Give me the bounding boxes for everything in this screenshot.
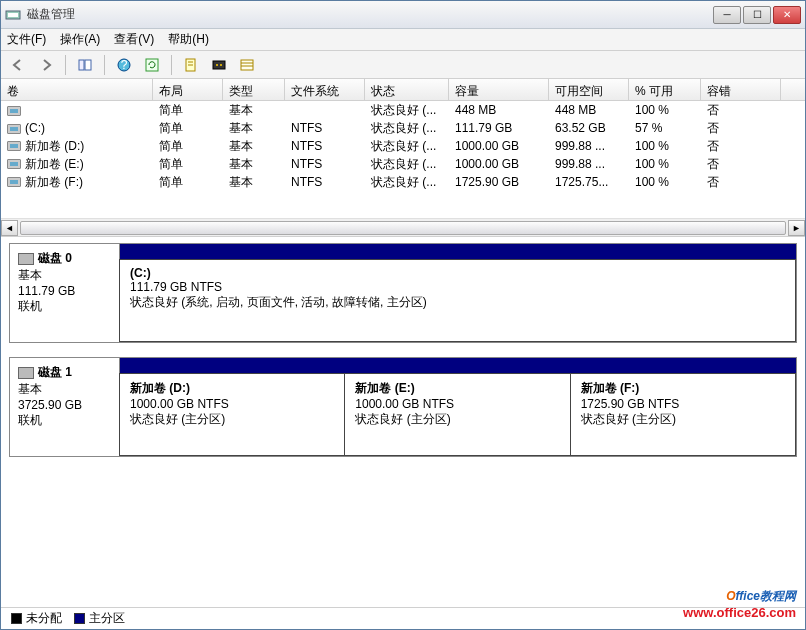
disk-info: 磁盘 0基本111.79 GB联机 — [10, 244, 120, 342]
cell: 57 % — [629, 120, 701, 136]
properties-button[interactable] — [180, 54, 202, 76]
volume-icon — [7, 124, 21, 134]
maximize-button[interactable]: ☐ — [743, 6, 771, 24]
cell: 999.88 ... — [549, 138, 629, 154]
col-type[interactable]: 类型 — [223, 79, 285, 100]
cell: 否 — [701, 119, 781, 138]
disk-block[interactable]: 磁盘 1基本3725.90 GB联机新加卷 (D:)1000.00 GB NTF… — [9, 357, 797, 457]
cell: 基本 — [223, 137, 285, 156]
menu-action[interactable]: 操作(A) — [60, 31, 100, 48]
cell: NTFS — [285, 156, 365, 172]
cell: 63.52 GB — [549, 120, 629, 136]
cell: 否 — [701, 155, 781, 174]
svg-rect-3 — [85, 60, 91, 70]
cell: 状态良好 (... — [365, 137, 449, 156]
partition[interactable]: 新加卷 (D:)1000.00 GB NTFS状态良好 (主分区) — [119, 373, 345, 456]
disk-block[interactable]: 磁盘 0基本111.79 GB联机(C:)111.79 GB NTFS状态良好 … — [9, 243, 797, 343]
forward-button[interactable] — [35, 54, 57, 76]
disk-graphical-view[interactable]: 磁盘 0基本111.79 GB联机(C:)111.79 GB NTFS状态良好 … — [1, 237, 805, 607]
menu-file[interactable]: 文件(F) — [7, 31, 46, 48]
menu-view[interactable]: 查看(V) — [114, 31, 154, 48]
toolbar-separator — [104, 55, 105, 75]
toolbar-separator — [65, 55, 66, 75]
cell: 否 — [701, 173, 781, 192]
scroll-right-button[interactable]: ► — [788, 220, 805, 236]
cell: 1000.00 GB — [449, 156, 549, 172]
svg-rect-13 — [241, 60, 253, 70]
svg-point-12 — [220, 64, 222, 66]
volume-row[interactable]: 新加卷 (F:)简单基本NTFS状态良好 (...1725.90 GB1725.… — [1, 173, 805, 191]
col-volume[interactable]: 卷 — [1, 79, 153, 100]
svg-point-11 — [216, 64, 218, 66]
content-area: 卷 布局 类型 文件系统 状态 容量 可用空间 % 可用 容错 简单基本状态良好… — [1, 79, 805, 629]
toolbar-separator — [171, 55, 172, 75]
legend-label-primary: 主分区 — [89, 610, 125, 627]
cell: 100 % — [629, 138, 701, 154]
partition[interactable]: (C:)111.79 GB NTFS状态良好 (系统, 启动, 页面文件, 活动… — [119, 259, 796, 342]
close-button[interactable]: ✕ — [773, 6, 801, 24]
volume-icon — [7, 106, 21, 116]
svg-rect-6 — [146, 59, 158, 71]
cell: 448 MB — [549, 102, 629, 118]
volume-row[interactable]: 新加卷 (D:)简单基本NTFS状态良好 (...1000.00 GB999.8… — [1, 137, 805, 155]
scroll-left-button[interactable]: ◄ — [1, 220, 18, 236]
col-fs[interactable]: 文件系统 — [285, 79, 365, 100]
minimize-button[interactable]: ─ — [713, 6, 741, 24]
col-capacity[interactable]: 容量 — [449, 79, 549, 100]
volume-row[interactable]: (C:)简单基本NTFS状态良好 (...111.79 GB63.52 GB57… — [1, 119, 805, 137]
volume-row[interactable]: 简单基本状态良好 (...448 MB448 MB100 %否 — [1, 101, 805, 119]
app-icon — [5, 7, 21, 23]
volume-icon — [7, 159, 21, 169]
cell: 状态良好 (... — [365, 101, 449, 120]
cell: 简单 — [153, 173, 223, 192]
partition[interactable]: 新加卷 (E:)1000.00 GB NTFS状态良好 (主分区) — [344, 373, 570, 456]
cell: 999.88 ... — [549, 156, 629, 172]
horizontal-scrollbar[interactable]: ◄ ► — [1, 218, 805, 236]
disk-header-bar — [120, 358, 796, 374]
cell: 1725.90 GB — [449, 174, 549, 190]
show-hide-tree-button[interactable] — [74, 54, 96, 76]
cell: 新加卷 (F:) — [1, 173, 153, 192]
scroll-thumb[interactable] — [20, 221, 786, 235]
volume-list-body[interactable]: 简单基本状态良好 (...448 MB448 MB100 %否(C:)简单基本N… — [1, 101, 805, 218]
col-ft[interactable]: 容错 — [701, 79, 781, 100]
col-status[interactable]: 状态 — [365, 79, 449, 100]
cell: 简单 — [153, 119, 223, 138]
back-button[interactable] — [7, 54, 29, 76]
cell: 1725.75... — [549, 174, 629, 190]
volume-list: 卷 布局 类型 文件系统 状态 容量 可用空间 % 可用 容错 简单基本状态良好… — [1, 79, 805, 237]
svg-rect-2 — [79, 60, 84, 70]
cell: 100 % — [629, 174, 701, 190]
svg-text:?: ? — [121, 58, 128, 72]
menu-help[interactable]: 帮助(H) — [168, 31, 209, 48]
cell: 简单 — [153, 137, 223, 156]
partition[interactable]: 新加卷 (F:)1725.90 GB NTFS状态良好 (主分区) — [570, 373, 796, 456]
legend-label-unallocated: 未分配 — [26, 610, 62, 627]
refresh-button[interactable] — [141, 54, 163, 76]
volume-row[interactable]: 新加卷 (E:)简单基本NTFS状态良好 (...1000.00 GB999.8… — [1, 155, 805, 173]
disk-header-bar — [120, 244, 796, 260]
svg-rect-10 — [213, 61, 225, 69]
toolbar: ? — [1, 51, 805, 79]
cell: 基本 — [223, 173, 285, 192]
col-free[interactable]: 可用空间 — [549, 79, 629, 100]
disk-icon — [18, 367, 34, 379]
help-button[interactable]: ? — [113, 54, 135, 76]
cell: 简单 — [153, 101, 223, 120]
cell — [1, 102, 153, 118]
disk-info: 磁盘 1基本3725.90 GB联机 — [10, 358, 120, 456]
settings-button[interactable] — [208, 54, 230, 76]
cell: 基本 — [223, 155, 285, 174]
col-layout[interactable]: 布局 — [153, 79, 223, 100]
list-view-button[interactable] — [236, 54, 258, 76]
volume-icon — [7, 177, 21, 187]
col-pct[interactable]: % 可用 — [629, 79, 701, 100]
window-title: 磁盘管理 — [27, 6, 713, 23]
cell: 100 % — [629, 102, 701, 118]
cell: 基本 — [223, 119, 285, 138]
titlebar[interactable]: 磁盘管理 ─ ☐ ✕ — [1, 1, 805, 29]
cell: 状态良好 (... — [365, 155, 449, 174]
svg-rect-1 — [8, 13, 18, 17]
volume-icon — [7, 141, 21, 151]
cell: 新加卷 (E:) — [1, 155, 153, 174]
